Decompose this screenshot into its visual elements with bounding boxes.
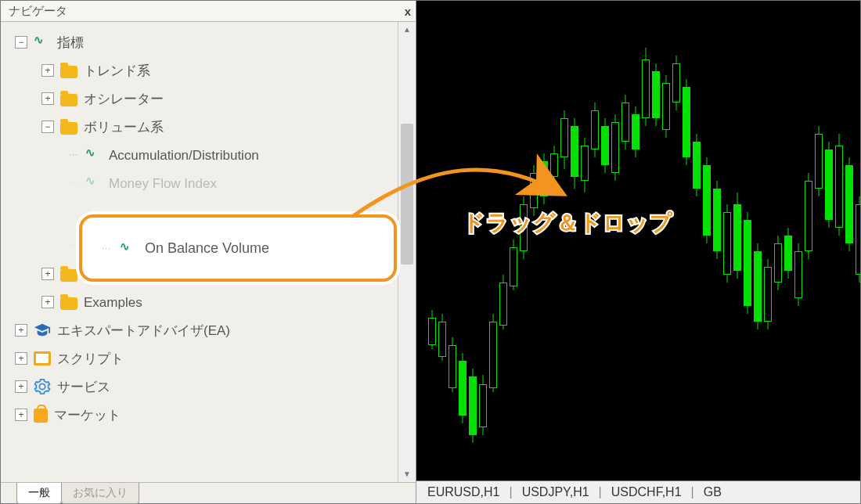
chart-tab-bar: EURUSD,H1| USDJPY,H1| USDCHF,H1| GB [416, 481, 860, 503]
scrollbar-vertical[interactable]: ▲ ▼ [398, 22, 416, 482]
tree-label: Examples [84, 296, 142, 309]
navigator-tabs: 一般 お気に入り [1, 482, 416, 503]
tree-label: 指標 [57, 36, 84, 49]
tree-item-mfi[interactable]: ··· ∿ Money Flow Index [68, 169, 397, 197]
tab-favorites[interactable]: お気に入り [61, 483, 139, 504]
folder-icon [60, 297, 77, 310]
tree-connector-icon: ··· [68, 178, 79, 189]
collapse-icon[interactable]: − [41, 121, 54, 133]
tree-label: Money Flow Index [109, 177, 217, 190]
tree-item-examples[interactable]: + Examples [41, 288, 397, 316]
tree-label: マーケット [54, 409, 121, 422]
candlestick-chart [416, 1, 860, 503]
expand-icon[interactable]: + [15, 409, 27, 421]
indicator-icon: ∿ [120, 239, 137, 257]
tree-connector-icon: ··· [68, 149, 79, 160]
tree-connector-icon: ··· [68, 240, 79, 251]
chart-tab[interactable]: USDJPY,H1 [519, 485, 593, 499]
navigator-panel: ナビゲータ x − ∿ 指標 + トレンド系 [1, 1, 416, 503]
tree-label: トレンド系 [84, 64, 150, 77]
tree-label: On Balance Volume [145, 240, 269, 257]
scroll-down-icon[interactable]: ▼ [398, 466, 416, 482]
tree-label: スクリプト [57, 352, 124, 365]
chart-tab[interactable]: GB [701, 485, 725, 499]
chart-tab[interactable]: EURUSD,H1 [424, 485, 503, 499]
tree-item-oscillator[interactable]: + オシレーター [41, 85, 397, 113]
expand-icon[interactable]: + [41, 64, 54, 77]
folder-icon [60, 94, 77, 106]
tree-label: Accumulation/Distribution [109, 149, 259, 162]
tree-item-ad[interactable]: ··· ∿ Accumulation/Distribution [68, 141, 397, 169]
tree-item-trend[interactable]: + トレンド系 [41, 56, 397, 85]
chart-tab[interactable]: USDCHF,H1 [608, 485, 685, 499]
annotation-text: ドラッグ＆ドロップ [463, 208, 673, 238]
gear-icon [34, 378, 51, 395]
expand-icon[interactable]: + [41, 296, 54, 308]
script-icon [34, 351, 51, 365]
expand-icon[interactable]: + [15, 380, 27, 393]
tree-item-volume-group[interactable]: − ボリューム系 [41, 113, 397, 141]
folder-icon [60, 269, 77, 282]
expand-icon[interactable]: + [15, 352, 27, 365]
indicator-icon: ∿ [34, 34, 51, 51]
navigator-titlebar: ナビゲータ x [1, 1, 416, 22]
expand-icon[interactable]: + [15, 324, 27, 337]
scrollbar-thumb[interactable] [401, 124, 413, 265]
indicator-icon: ∿ [85, 146, 103, 164]
expand-icon[interactable]: + [41, 268, 54, 280]
tree-connector-icon: ··· [101, 243, 112, 254]
chart-panel[interactable]: EURUSD,H1| USDJPY,H1| USDCHF,H1| GB [416, 1, 860, 503]
scroll-up-icon[interactable]: ▲ [398, 22, 416, 38]
folder-icon [60, 66, 77, 78]
navigator-title: ナビゲータ [9, 4, 67, 19]
collapse-icon[interactable]: − [15, 36, 27, 49]
graduation-cap-icon [34, 322, 51, 339]
tree-item-services[interactable]: + サービス [15, 373, 397, 401]
tree-label: オシレーター [84, 92, 164, 106]
indicator-icon: ∿ [85, 175, 103, 192]
tree-item-ea[interactable]: + エキスパートアドバイザ(EA) [15, 316, 397, 344]
tree-label: エキスパートアドバイザ(EA) [57, 324, 230, 337]
tree-item-scripts[interactable]: + スクリプト [15, 344, 397, 373]
tree-label: サービス [57, 380, 110, 394]
navigator-body: − ∿ 指標 + トレンド系 + オシレーター [1, 22, 416, 482]
folder-icon [60, 122, 77, 135]
shopping-bag-icon [34, 409, 48, 423]
app-window: ナビゲータ x − ∿ 指標 + トレンド系 [0, 0, 861, 504]
tree-label: ボリューム系 [84, 121, 164, 134]
expand-icon[interactable]: + [41, 92, 54, 105]
tree-item-obv-highlight[interactable]: ··· ∿ On Balance Volume [79, 214, 397, 282]
tree-item-market[interactable]: + マーケット [15, 401, 397, 429]
tree-item-indicators[interactable]: − ∿ 指標 [15, 28, 397, 56]
close-icon[interactable]: x [405, 5, 411, 18]
tab-general[interactable]: 一般 [16, 483, 62, 504]
